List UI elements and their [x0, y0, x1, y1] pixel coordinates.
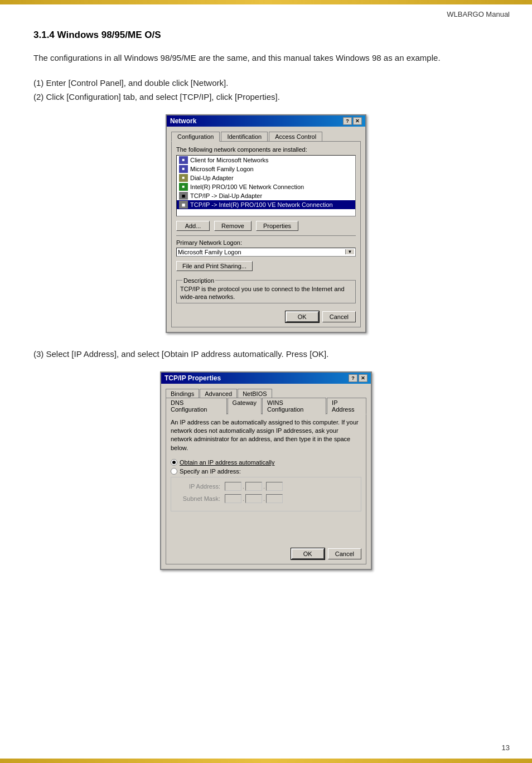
separator1 — [176, 235, 356, 236]
tab-configuration[interactable]: Configuration — [171, 132, 220, 142]
intel-connection: Intel(R) PRO/100 VE Network Connection — [190, 183, 304, 190]
section-title: 3.1.4 Windows 98/95/ME O/S — [33, 30, 499, 41]
subnet-seg2[interactable] — [245, 494, 262, 503]
network-cancel-button[interactable]: Cancel — [322, 311, 356, 322]
ip-seg2[interactable] — [245, 482, 262, 491]
tab-netbios[interactable]: NetBIOS — [238, 389, 272, 398]
tab-access-control[interactable]: Access Control — [269, 132, 322, 142]
tcp-tab-content: An IP address can be automatically assig… — [166, 413, 366, 565]
step1: (1) Enter [Control Panel], and double cl… — [33, 76, 499, 90]
tcpip-dialup: TCP/IP -> Dial-Up Adapter — [190, 192, 262, 199]
header: WLBARGO Manual — [0, 4, 532, 18]
tcpip-intel-icon: ■ — [179, 201, 188, 209]
file-share-button[interactable]: File and Print Sharing... — [176, 261, 253, 271]
tcp-dialog-footer: OK Cancel — [171, 545, 361, 559]
ip-seg3[interactable] — [266, 482, 283, 491]
action-buttons: Add... Remove Properties — [176, 221, 356, 231]
tcp-ok-button[interactable]: OK — [291, 548, 325, 559]
ip-address-input: . . — [225, 482, 283, 491]
tcp-titlebar-controls: ? ✕ — [349, 374, 367, 382]
list-item: ■ Client for Microsoft Networks — [177, 156, 355, 165]
list-item-selected[interactable]: ■ TCP/IP -> Intel(R) PRO/100 VE Network … — [177, 200, 355, 209]
tcp-bottom-tabs: DNS Configuration Gateway WINS Configura… — [166, 397, 366, 414]
network-dialog-body: Configuration Identification Access Cont… — [167, 127, 365, 332]
titlebar-controls: ? ✕ — [343, 117, 362, 125]
ip-seg1[interactable] — [225, 482, 241, 491]
network-dialog-titlebar: Network ? ✕ — [167, 115, 365, 127]
ip-fields-group: IP Address: . . Subnet Mask: — [171, 477, 361, 511]
remove-button[interactable]: Remove — [214, 221, 252, 231]
intel-icon: ■ — [179, 183, 188, 191]
radio-specify-label: Specify an IP address: — [180, 468, 241, 475]
file-share-container: File and Print Sharing... — [176, 261, 356, 276]
ip-address-row: IP Address: . . — [176, 482, 356, 491]
primary-logon-label: Primary Network Logon: — [176, 239, 356, 246]
radio-obtain-dot — [172, 461, 176, 464]
ip-dot2: . — [263, 483, 265, 490]
tab-ip-address[interactable]: IP Address — [327, 398, 366, 414]
description-text: TCP/IP is the protocol you use to connec… — [180, 285, 352, 301]
tcp-dialog: TCP/IP Properties ? ✕ Bindings Advanced … — [160, 371, 372, 571]
tab-gateway[interactable]: Gateway — [228, 398, 262, 414]
primary-logon-select[interactable]: Microsoft Family Logon ▼ — [176, 248, 356, 257]
tab-identification[interactable]: Identification — [221, 132, 268, 142]
instructions-1-2: (1) Enter [Control Panel], and double cl… — [33, 76, 499, 104]
network-tabs: Configuration Identification Access Cont… — [171, 131, 361, 141]
close-button[interactable]: ✕ — [353, 117, 362, 125]
add-button[interactable]: Add... — [176, 221, 210, 231]
network-dialog: Network ? ✕ Configuration Identification… — [166, 114, 366, 334]
subnet-dot1: . — [243, 495, 244, 502]
radio-obtain-circle — [171, 459, 177, 466]
main-content: 3.1.4 Windows 98/95/ME O/S The configura… — [0, 18, 532, 617]
list-item: ■ Intel(R) PRO/100 VE Network Connection — [177, 182, 355, 191]
tcp-body: Bindings Advanced NetBIOS DNS Configurat… — [161, 384, 371, 569]
help-button[interactable]: ? — [343, 117, 352, 125]
tab-bindings[interactable]: Bindings — [166, 389, 199, 398]
select-arrow: ▼ — [345, 249, 354, 254]
network-tab-content: The following network components are ins… — [171, 141, 361, 328]
primary-logon-value: Microsoft Family Logon — [178, 249, 241, 255]
network-dialog-footer: OK Cancel — [176, 308, 356, 322]
network-list-label: The following network components are ins… — [176, 146, 356, 153]
tcp-dialog-container: TCP/IP Properties ? ✕ Bindings Advanced … — [33, 371, 499, 571]
tcpip-intel: TCP/IP -> Intel(R) PRO/100 VE Network Co… — [190, 201, 333, 208]
tcp-top-tabs: Bindings Advanced NetBIOS — [166, 388, 366, 398]
step3: (3) Select [IP Address], and select [Obt… — [33, 349, 328, 359]
subnet-input: . . — [225, 494, 283, 503]
tcp-help-button[interactable]: ? — [349, 374, 357, 382]
description-group: Description TCP/IP is the protocol you u… — [176, 280, 356, 304]
subnet-seg1[interactable] — [225, 494, 241, 503]
top-bar — [0, 0, 532, 4]
bottom-bar — [0, 759, 532, 763]
tab-wins-config[interactable]: WINS Configuration — [262, 398, 326, 414]
tcpip-dial-icon: ■ — [179, 192, 188, 200]
subnet-label: Subnet Mask: — [176, 495, 220, 502]
step3-container: (3) Select [IP Address], and select [Obt… — [33, 347, 499, 361]
radio-obtain[interactable]: Obtain an IP address automatically — [171, 459, 361, 466]
list-item: ■ TCP/IP -> Dial-Up Adapter — [177, 191, 355, 200]
client-icon: ■ — [179, 156, 188, 164]
tab-advanced[interactable]: Advanced — [200, 389, 237, 398]
intro-text: The configurations in all Windows 98/95/… — [33, 52, 499, 65]
step2: (2) Click [Configuration] tab, and selec… — [33, 90, 499, 104]
tab-dns-config[interactable]: DNS Configuration — [166, 398, 227, 414]
radio-specify-circle — [171, 468, 177, 475]
list-item: ■ Microsoft Family Logon — [177, 165, 355, 173]
radio-specify[interactable]: Specify an IP address: — [171, 468, 361, 475]
properties-button[interactable]: Properties — [256, 221, 298, 231]
page-number: 13 — [502, 743, 510, 752]
ip-address-label: IP Address: — [176, 483, 220, 490]
network-ok-button[interactable]: OK — [286, 311, 319, 322]
tcp-info: An IP address can be automatically assig… — [171, 418, 361, 453]
list-item: ■ Dial-Up Adapter — [177, 173, 355, 182]
tcp-titlebar: TCP/IP Properties ? ✕ — [161, 373, 371, 384]
dial-up-adapter: Dial-Up Adapter — [190, 175, 234, 181]
network-component-list[interactable]: ■ Client for Microsoft Networks ■ Micros… — [176, 155, 356, 216]
subnet-row: Subnet Mask: . . — [176, 494, 356, 503]
manual-title: WLBARGO Manual — [447, 10, 510, 18]
dial-icon: ■ — [179, 174, 188, 182]
tcp-cancel-button[interactable]: Cancel — [328, 548, 361, 559]
subnet-seg3[interactable] — [266, 494, 283, 503]
tcp-close-button[interactable]: ✕ — [359, 374, 367, 382]
subnet-dot2: . — [263, 495, 265, 502]
